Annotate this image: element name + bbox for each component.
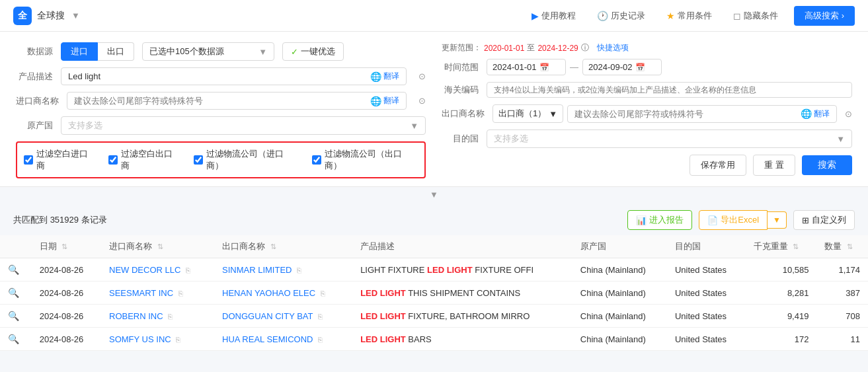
history-button[interactable]: 🕐 历史记录	[592, 7, 651, 24]
import-export-tabs: 进口 出口	[61, 42, 134, 61]
table-body: 🔍 2024-08-26 NEW DECOR LLC ⎘ SINMAR LIMI…	[0, 258, 868, 351]
copy-icon[interactable]: ⎘	[297, 266, 301, 274]
copy-icon[interactable]: ⎘	[321, 289, 325, 297]
row-exporter[interactable]: SINMAR LIMITED ⎘	[214, 258, 352, 281]
product-text-post: THIS SHIPMENT CONTAINS	[406, 288, 520, 298]
copy-icon[interactable]: ⎘	[318, 313, 323, 320]
dest-select[interactable]: 支持多选 ▼	[487, 130, 852, 148]
custom-col-button[interactable]: ⊞ 自定义列	[793, 210, 855, 230]
translate-button[interactable]: 🌐 翻译	[370, 71, 399, 82]
cb-empty-exporter[interactable]: 过滤空白出口商	[108, 148, 180, 172]
row-exporter[interactable]: HENAN YAOHAO ELEC ⎘	[214, 281, 352, 305]
importer-sort-icon[interactable]: ⇅	[157, 242, 163, 250]
search-panel: 数据源 进口 出口 已选中105个数据源 ▼ ✓ 一键优选 产品描述	[0, 32, 868, 187]
excel-icon: 📄	[707, 215, 718, 225]
copy-icon[interactable]: ⎘	[318, 336, 323, 344]
cb-logistics-importer[interactable]: 过滤物流公司（进口商）	[194, 148, 299, 172]
row-importer[interactable]: SEESMART INC ⎘	[101, 281, 214, 305]
scan-icon[interactable]: ⊙	[418, 71, 426, 81]
cb-logistics-exporter-input[interactable]	[312, 155, 321, 165]
cb-empty-importer[interactable]: 过滤空白进口商	[24, 148, 95, 172]
date-start-input[interactable]: 2024-01-01 📅	[487, 59, 566, 75]
tab-import[interactable]: 进口	[61, 42, 98, 61]
origin-select[interactable]: 支持多选 ▼	[61, 116, 426, 135]
importer-link[interactable]: SEESMART INC	[109, 288, 173, 298]
importer-link[interactable]: ROBERN INC	[109, 311, 163, 321]
copy-icon[interactable]: ⎘	[168, 313, 173, 320]
copy-icon[interactable]: ⎘	[178, 289, 183, 297]
importer-link[interactable]: NEW DECOR LLC	[109, 265, 180, 275]
cb-logistics-exporter[interactable]: 过滤物流公司（出口商）	[312, 148, 418, 172]
hs-input[interactable]	[487, 82, 852, 98]
product-input-wrap: 🌐 翻译	[61, 67, 407, 85]
exporter-link[interactable]: HUA REAL SEMICOND	[222, 334, 313, 344]
row-origin: China (Mainland)	[572, 305, 667, 328]
row-importer[interactable]: ROBERN INC ⎘	[101, 305, 214, 328]
exporter-sort-icon[interactable]: ⇅	[270, 242, 276, 250]
kg-sort-icon[interactable]: ⇅	[793, 242, 799, 250]
qty-sort-icon[interactable]: ⇅	[847, 242, 853, 250]
search-submit-button[interactable]: 搜索	[802, 155, 852, 175]
exporter-link[interactable]: HENAN YAOHAO ELEC	[222, 288, 315, 298]
row-query-btn[interactable]: 🔍	[0, 281, 32, 305]
importer-input[interactable]	[74, 96, 370, 106]
query-icon[interactable]: 🔍	[8, 287, 19, 298]
report-button[interactable]: 📊 进入报告	[627, 210, 692, 230]
exporter-link[interactable]: SINMAR LIMITED	[222, 265, 292, 275]
importer-link[interactable]: SOMFY US INC	[109, 334, 171, 344]
common-conditions-button[interactable]: ★ 常用条件	[661, 7, 717, 24]
datasource-select[interactable]: 已选中105个数据源 ▼	[142, 42, 274, 61]
row-importer[interactable]: SOMFY US INC ⎘	[101, 328, 214, 351]
cb-empty-exporter-input[interactable]	[108, 155, 118, 165]
cb-empty-importer-input[interactable]	[24, 155, 33, 165]
row-exporter[interactable]: DONGGUAN CITY BAT ⎘	[214, 305, 352, 328]
exporter-input[interactable]	[574, 109, 801, 119]
results-header: 共匹配到 351929 条记录 📊 进入报告 📄 导出Excel ▼ ⊞ 自定义…	[0, 202, 868, 235]
date-end-input[interactable]: 2024-09-02 📅	[582, 59, 662, 75]
row-dest: United States	[667, 328, 746, 351]
tab-export[interactable]: 出口	[98, 42, 134, 61]
cb-logistics-importer-input[interactable]	[194, 155, 203, 165]
query-icon[interactable]: 🔍	[8, 264, 19, 275]
results-actions: 📊 进入报告 📄 导出Excel ▼ ⊞ 自定义列	[627, 210, 855, 230]
row-query-btn[interactable]: 🔍	[0, 328, 32, 351]
date-sort-icon[interactable]: ⇅	[61, 242, 67, 250]
app-logo: 全	[13, 7, 32, 25]
col-importer-header: 进口商名称 ⇅	[101, 235, 214, 258]
dest-label: 目的国	[442, 133, 479, 145]
save-button[interactable]: 保存常用	[690, 155, 746, 176]
collapse-bar[interactable]: ▼	[0, 187, 868, 202]
exporter-type-select[interactable]: 出口商（1） ▼	[493, 104, 563, 123]
onekey-button[interactable]: ✓ 一键优选	[282, 42, 344, 61]
exporter-scan-icon[interactable]: ⊙	[845, 109, 852, 119]
copy-icon[interactable]: ⎘	[176, 336, 180, 344]
row-exporter[interactable]: HUA REAL SEMICOND ⎘	[214, 328, 352, 351]
exporter-link[interactable]: DONGGUAN CITY BAT	[222, 311, 313, 321]
row-query-btn[interactable]: 🔍	[0, 258, 32, 281]
exporter-input-wrap: 🌐 翻译	[567, 105, 837, 123]
importer-input-wrap: 🌐 翻译	[67, 92, 407, 110]
quicksel-button[interactable]: 快捷选项	[597, 42, 629, 54]
row-query-btn[interactable]: 🔍	[0, 305, 32, 328]
table-row: 🔍 2024-08-26 ROBERN INC ⎘ DONGGUAN CITY …	[0, 305, 868, 328]
excel-button[interactable]: 📄 导出Excel	[699, 210, 768, 230]
importer-translate-button[interactable]: 🌐 翻译	[370, 95, 399, 106]
query-icon[interactable]: 🔍	[8, 334, 19, 344]
tutorial-button[interactable]: ▶ 使用教程	[526, 7, 581, 24]
date-range: 2024-01-01 📅 — 2024-09-02 📅	[487, 59, 662, 75]
row-kg: 172	[746, 328, 817, 351]
star-icon: ★	[666, 11, 675, 21]
row-date: 2024-08-26	[32, 258, 101, 281]
exporter-translate-button[interactable]: 🌐 翻译	[801, 108, 830, 120]
excel-dropdown-button[interactable]: ▼	[768, 211, 787, 229]
query-icon[interactable]: 🔍	[8, 311, 19, 321]
advanced-search-button[interactable]: 高级搜索 ›	[794, 6, 855, 26]
reset-button[interactable]: 重 置	[753, 155, 795, 176]
hidden-conditions-button[interactable]: ◻ 隐藏条件	[728, 7, 783, 24]
row-importer[interactable]: NEW DECOR LLC ⎘	[101, 258, 214, 281]
excel-group: 📄 导出Excel ▼	[699, 210, 787, 230]
product-input[interactable]	[68, 71, 370, 81]
importer-scan-icon[interactable]: ⊙	[418, 96, 426, 106]
copy-icon[interactable]: ⎘	[186, 266, 190, 274]
dest-row: 目的国 支持多选 ▼	[442, 130, 852, 148]
